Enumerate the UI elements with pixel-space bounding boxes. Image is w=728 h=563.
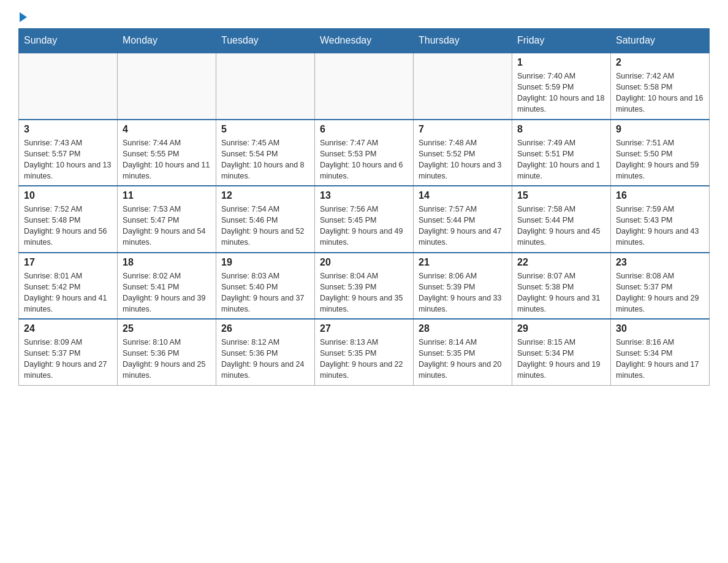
day-info: Sunrise: 7:40 AM Sunset: 5:59 PM Dayligh…: [517, 71, 605, 115]
day-info: Sunrise: 8:03 AM Sunset: 5:40 PM Dayligh…: [221, 270, 309, 315]
day-info: Sunrise: 8:15 AM Sunset: 5:34 PM Dayligh…: [517, 337, 605, 381]
calendar-cell: [216, 53, 315, 120]
calendar-cell: 2Sunrise: 7:42 AM Sunset: 5:58 PM Daylig…: [611, 53, 710, 120]
logo: [18, 12, 27, 22]
calendar-cell: 30Sunrise: 8:16 AM Sunset: 5:34 PM Dayli…: [611, 319, 710, 385]
calendar-cell: 14Sunrise: 7:57 AM Sunset: 5:44 PM Dayli…: [414, 186, 512, 253]
calendar-cell: 23Sunrise: 8:08 AM Sunset: 5:37 PM Dayli…: [611, 253, 710, 320]
day-number: 20: [320, 257, 408, 268]
calendar-header-row: SundayMondayTuesdayWednesdayThursdayFrid…: [19, 29, 710, 53]
calendar-header-monday: Monday: [118, 29, 216, 53]
calendar-cell: 13Sunrise: 7:56 AM Sunset: 5:45 PM Dayli…: [315, 186, 414, 253]
day-info: Sunrise: 7:47 AM Sunset: 5:53 PM Dayligh…: [320, 137, 408, 182]
day-number: 7: [419, 124, 507, 135]
day-number: 30: [616, 323, 704, 334]
calendar-header-saturday: Saturday: [611, 29, 710, 53]
day-info: Sunrise: 8:13 AM Sunset: 5:35 PM Dayligh…: [320, 337, 408, 381]
calendar-cell: 28Sunrise: 8:14 AM Sunset: 5:35 PM Dayli…: [414, 319, 512, 385]
day-number: 10: [24, 190, 112, 201]
day-info: Sunrise: 7:58 AM Sunset: 5:44 PM Dayligh…: [517, 204, 605, 248]
calendar-week-row-3: 10Sunrise: 7:52 AM Sunset: 5:48 PM Dayli…: [19, 186, 710, 253]
day-info: Sunrise: 8:01 AM Sunset: 5:42 PM Dayligh…: [24, 270, 112, 315]
day-number: 16: [616, 190, 704, 201]
day-info: Sunrise: 7:51 AM Sunset: 5:50 PM Dayligh…: [616, 137, 704, 182]
calendar-header-sunday: Sunday: [19, 29, 118, 53]
calendar-cell: 1Sunrise: 7:40 AM Sunset: 5:59 PM Daylig…: [512, 53, 611, 120]
day-info: Sunrise: 7:42 AM Sunset: 5:58 PM Dayligh…: [616, 71, 704, 115]
calendar-week-row-5: 24Sunrise: 8:09 AM Sunset: 5:37 PM Dayli…: [19, 319, 710, 385]
day-number: 17: [24, 257, 112, 268]
calendar-cell: 9Sunrise: 7:51 AM Sunset: 5:50 PM Daylig…: [611, 120, 710, 186]
day-number: 23: [616, 257, 704, 268]
calendar-cell: [315, 53, 414, 120]
day-number: 5: [221, 124, 309, 135]
day-info: Sunrise: 8:02 AM Sunset: 5:41 PM Dayligh…: [123, 270, 211, 315]
day-number: 26: [221, 323, 309, 334]
day-info: Sunrise: 7:44 AM Sunset: 5:55 PM Dayligh…: [123, 137, 211, 182]
calendar-cell: 7Sunrise: 7:48 AM Sunset: 5:52 PM Daylig…: [414, 120, 512, 186]
calendar-cell: [414, 53, 512, 120]
calendar-header-thursday: Thursday: [414, 29, 512, 53]
calendar-cell: 21Sunrise: 8:06 AM Sunset: 5:39 PM Dayli…: [414, 253, 512, 320]
day-info: Sunrise: 7:52 AM Sunset: 5:48 PM Dayligh…: [24, 204, 112, 248]
calendar-week-row-1: 1Sunrise: 7:40 AM Sunset: 5:59 PM Daylig…: [19, 53, 710, 120]
day-info: Sunrise: 7:48 AM Sunset: 5:52 PM Dayligh…: [419, 137, 507, 182]
calendar-cell: 26Sunrise: 8:12 AM Sunset: 5:36 PM Dayli…: [216, 319, 315, 385]
calendar-cell: 3Sunrise: 7:43 AM Sunset: 5:57 PM Daylig…: [19, 120, 118, 186]
calendar-cell: 27Sunrise: 8:13 AM Sunset: 5:35 PM Dayli…: [315, 319, 414, 385]
day-number: 13: [320, 190, 408, 201]
calendar-header-wednesday: Wednesday: [315, 29, 414, 53]
day-number: 27: [320, 323, 408, 334]
calendar-cell: 20Sunrise: 8:04 AM Sunset: 5:39 PM Dayli…: [315, 253, 414, 320]
day-number: 12: [221, 190, 309, 201]
day-info: Sunrise: 8:09 AM Sunset: 5:37 PM Dayligh…: [24, 337, 112, 381]
day-number: 24: [24, 323, 112, 334]
calendar-cell: 8Sunrise: 7:49 AM Sunset: 5:51 PM Daylig…: [512, 120, 611, 186]
calendar-table: SundayMondayTuesdayWednesdayThursdayFrid…: [18, 28, 710, 386]
day-number: 21: [419, 257, 507, 268]
day-info: Sunrise: 8:06 AM Sunset: 5:39 PM Dayligh…: [419, 270, 507, 315]
day-info: Sunrise: 8:04 AM Sunset: 5:39 PM Dayligh…: [320, 270, 408, 315]
calendar-cell: 29Sunrise: 8:15 AM Sunset: 5:34 PM Dayli…: [512, 319, 611, 385]
calendar-cell: 15Sunrise: 7:58 AM Sunset: 5:44 PM Dayli…: [512, 186, 611, 253]
day-number: 15: [517, 190, 605, 201]
calendar-cell: 6Sunrise: 7:47 AM Sunset: 5:53 PM Daylig…: [315, 120, 414, 186]
calendar-cell: 11Sunrise: 7:53 AM Sunset: 5:47 PM Dayli…: [118, 186, 216, 253]
calendar-cell: 25Sunrise: 8:10 AM Sunset: 5:36 PM Dayli…: [118, 319, 216, 385]
day-number: 19: [221, 257, 309, 268]
calendar-cell: 17Sunrise: 8:01 AM Sunset: 5:42 PM Dayli…: [19, 253, 118, 320]
day-number: 8: [517, 124, 605, 135]
calendar-header-friday: Friday: [512, 29, 611, 53]
day-number: 9: [616, 124, 704, 135]
day-number: 4: [123, 124, 211, 135]
day-number: 29: [517, 323, 605, 334]
calendar-cell: [19, 53, 118, 120]
day-number: 3: [24, 124, 112, 135]
calendar-cell: 5Sunrise: 7:45 AM Sunset: 5:54 PM Daylig…: [216, 120, 315, 186]
day-number: 28: [419, 323, 507, 334]
day-info: Sunrise: 7:59 AM Sunset: 5:43 PM Dayligh…: [616, 204, 704, 248]
calendar-cell: 18Sunrise: 8:02 AM Sunset: 5:41 PM Dayli…: [118, 253, 216, 320]
calendar-cell: [118, 53, 216, 120]
day-number: 2: [616, 57, 704, 68]
day-number: 18: [123, 257, 211, 268]
logo-arrow-icon: [20, 12, 27, 22]
day-info: Sunrise: 7:54 AM Sunset: 5:46 PM Dayligh…: [221, 204, 309, 248]
day-info: Sunrise: 7:45 AM Sunset: 5:54 PM Dayligh…: [221, 137, 309, 182]
day-info: Sunrise: 7:56 AM Sunset: 5:45 PM Dayligh…: [320, 204, 408, 248]
day-info: Sunrise: 8:10 AM Sunset: 5:36 PM Dayligh…: [123, 337, 211, 381]
calendar-cell: 24Sunrise: 8:09 AM Sunset: 5:37 PM Dayli…: [19, 319, 118, 385]
day-info: Sunrise: 7:57 AM Sunset: 5:44 PM Dayligh…: [419, 204, 507, 248]
calendar-cell: 10Sunrise: 7:52 AM Sunset: 5:48 PM Dayli…: [19, 186, 118, 253]
calendar-cell: 22Sunrise: 8:07 AM Sunset: 5:38 PM Dayli…: [512, 253, 611, 320]
calendar-week-row-2: 3Sunrise: 7:43 AM Sunset: 5:57 PM Daylig…: [19, 120, 710, 186]
calendar-cell: 16Sunrise: 7:59 AM Sunset: 5:43 PM Dayli…: [611, 186, 710, 253]
calendar-cell: 4Sunrise: 7:44 AM Sunset: 5:55 PM Daylig…: [118, 120, 216, 186]
day-number: 14: [419, 190, 507, 201]
day-number: 6: [320, 124, 408, 135]
page-header: [18, 12, 710, 22]
day-info: Sunrise: 8:16 AM Sunset: 5:34 PM Dayligh…: [616, 337, 704, 381]
day-info: Sunrise: 7:53 AM Sunset: 5:47 PM Dayligh…: [123, 204, 211, 248]
day-number: 1: [517, 57, 605, 68]
day-number: 22: [517, 257, 605, 268]
